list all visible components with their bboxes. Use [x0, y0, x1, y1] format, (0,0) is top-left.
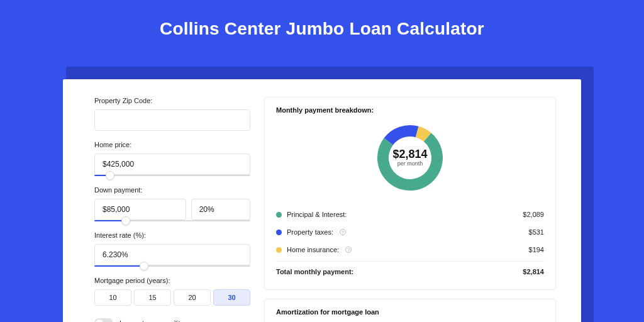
period-10-button[interactable]: 10	[94, 289, 131, 306]
down-payment-slider[interactable]	[94, 220, 250, 221]
zip-group: Property Zip Code:	[94, 97, 250, 131]
veteran-toggle[interactable]	[94, 318, 113, 322]
zip-label: Property Zip Code:	[94, 97, 250, 104]
total-value: $2,814	[523, 268, 544, 275]
home-price-label: Home price:	[94, 141, 250, 148]
breakdown-title: Monthly payment breakdown:	[276, 106, 544, 114]
legend-label: Principal & Interest:	[287, 211, 347, 218]
period-30-button[interactable]: 30	[213, 289, 250, 306]
period-group: Mortgage period (years): 10 15 20 30	[94, 277, 250, 306]
legend-row-taxes: Property taxes: ? $531	[276, 223, 544, 241]
down-amount-input[interactable]	[94, 199, 186, 220]
rate-slider[interactable]	[94, 265, 250, 267]
form-column: Property Zip Code: Home price: Down paym…	[94, 97, 250, 322]
legend-label: Property taxes:	[287, 228, 333, 236]
toggle-knob	[96, 319, 103, 322]
legend-value: $531	[529, 228, 544, 236]
rate-label: Interest rate (%):	[94, 231, 250, 239]
total-label: Total monthly payment:	[276, 268, 353, 275]
rate-input[interactable]	[94, 244, 250, 265]
home-price-group: Home price:	[94, 141, 250, 176]
legend-value: $2,089	[523, 211, 544, 218]
down-percent-input[interactable]	[191, 199, 250, 220]
rate-group: Interest rate (%):	[94, 231, 250, 267]
home-price-input[interactable]	[94, 153, 250, 175]
legend-value: $194	[529, 246, 544, 253]
breakdown-panel: Monthly payment breakdown: $2,814 per mo…	[264, 97, 556, 290]
veteran-row: I am veteran or military	[94, 318, 250, 322]
dot-icon	[276, 247, 282, 253]
legend-row-insurance: Home insurance: ? $194	[276, 241, 544, 258]
period-20-button[interactable]: 20	[174, 289, 211, 306]
slider-thumb[interactable]	[121, 216, 130, 225]
home-price-slider[interactable]	[94, 175, 250, 176]
period-15-button[interactable]: 15	[134, 289, 171, 306]
info-icon[interactable]: ?	[345, 247, 352, 253]
dot-icon	[276, 230, 282, 235]
results-column: Monthly payment breakdown: $2,814 per mo…	[264, 97, 556, 322]
page-title: Collins Center Jumbo Loan Calculator	[0, 0, 644, 54]
info-icon[interactable]: ?	[340, 229, 346, 235]
down-payment-label: Down payment:	[94, 186, 250, 194]
donut-center-amount: $2,814	[392, 148, 427, 160]
calculator-card: Property Zip Code: Home price: Down paym…	[63, 79, 581, 322]
period-buttons: 10 15 20 30	[94, 289, 250, 306]
legend-row-principal: Principal & Interest: $2,089	[276, 206, 544, 223]
donut-chart: $2,814 per month	[276, 114, 544, 206]
legend-row-total: Total monthly payment: $2,814	[276, 261, 544, 280]
veteran-label: I am veteran or military	[119, 319, 190, 322]
donut-center-label: per month	[397, 160, 423, 167]
donut-segment	[384, 125, 419, 145]
legend-label: Home insurance:	[287, 246, 339, 253]
slider-thumb[interactable]	[106, 171, 114, 180]
down-payment-group: Down payment:	[94, 186, 250, 221]
zip-input[interactable]	[94, 109, 250, 131]
amort-title: Amortization for mortgage loan	[276, 308, 544, 316]
amortization-panel: Amortization for mortgage loan Amortizat…	[264, 299, 556, 322]
period-label: Mortgage period (years):	[94, 277, 250, 284]
dot-icon	[276, 212, 282, 218]
slider-thumb[interactable]	[140, 262, 148, 270]
